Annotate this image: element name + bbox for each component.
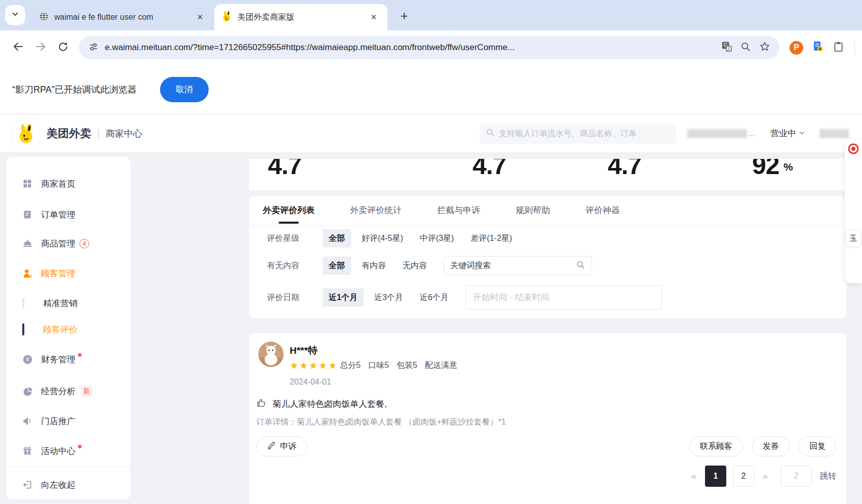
next-page-button[interactable]: » [761,471,770,482]
filter-row-date: 评价日期 近1个月 近3个月 近6个月 [267,285,838,310]
sidebar-item-orders[interactable]: 订单管理 [7,208,130,221]
search-icon[interactable] [576,260,585,272]
header-search[interactable] [480,123,676,144]
review-tabs: 外卖评价列表 外卖评价统计 拦截与申诉 规则帮助 评价神器 [263,204,620,216]
filter-chip-bad[interactable]: 差评(1-2星) [464,229,518,247]
filter-chip-3months[interactable]: 近3个月 [368,288,409,307]
contact-customer-button[interactable]: 联系顾客 [689,436,743,456]
site-settings-icon[interactable] [88,41,99,54]
sidebar-collapse-label: 向左收起 [41,479,75,491]
filter-chip-all[interactable]: 全部 [323,229,351,247]
browser-toolbar: e.waimai.meituan.com/?time=1712665025955… [0,30,862,65]
yen-circle-icon: ¥ [21,353,33,365]
filter-chip-no-content[interactable]: 无内容 [397,257,433,275]
search-icon [486,128,495,139]
grid-icon [21,178,33,190]
back-button[interactable] [7,36,29,59]
tab-search-button[interactable] [5,5,25,25]
browser-tab-active[interactable]: 美团外卖商家版 ✕ [214,4,387,30]
portal-title: 商家中心 [106,128,142,140]
subitem-bar [22,298,24,308]
filter-chip-6months[interactable]: 近6个月 [414,288,455,307]
sidebar-item-products[interactable]: 商品管理 4 [7,237,130,250]
sidebar-item-activity-center[interactable]: 活动中心 [7,444,130,457]
tab-close-icon[interactable]: ✕ [193,11,207,24]
sidebar-collapse-button[interactable]: 向左收起 [7,478,130,491]
prev-page-button[interactable]: « [689,471,698,482]
pie-chart-icon [21,385,33,397]
sidebar-item-analytics[interactable]: 经营分析 新 [7,385,130,398]
tab-title: waimai e fe flutter user com [54,13,188,22]
tab-intercept-appeal[interactable]: 拦截与申诉 [437,204,480,216]
score-total: 总分5 [340,360,361,371]
forward-button[interactable] [29,36,52,59]
browser-tab-inactive[interactable]: waimai e fe flutter user com ✕ [31,4,214,30]
sidebar-item-label: 商家首页 [41,178,75,190]
sidebar-divider [7,467,130,467]
svg-text:文: 文 [727,47,731,51]
reply-button[interactable]: 回复 [799,436,836,456]
filter-chip-1month[interactable]: 近1个月 [323,288,364,307]
filter-chip-all[interactable]: 全部 [323,257,351,275]
sidebar-item-home[interactable]: 商家首页 [7,177,130,190]
sidebar-item-precision-marketing[interactable]: 精准营销 [7,297,130,310]
sidebar-item-label: 商品管理 [41,238,75,249]
reload-button[interactable] [52,36,74,59]
floating-side-widget: 玉 [845,140,862,283]
tab-rules-help[interactable]: 规则帮助 [516,204,550,216]
meituan-logo[interactable] [13,120,40,147]
clipboard-extension-icon[interactable] [833,41,844,55]
document-download-extension-icon[interactable] [812,40,824,55]
tab-review-stats[interactable]: 外卖评价统计 [350,204,402,216]
keyword-search-box[interactable] [444,256,592,275]
translate-icon[interactable]: G文 [721,41,732,54]
content-area: 商家首页 订单管理 商品管理 4 顾客管理 [0,153,862,504]
tab-review-tool[interactable]: 评价神器 [585,204,620,216]
new-tab-button[interactable]: + [395,7,413,25]
notification-dot [78,445,82,448]
brand-title: 美团外卖 [47,126,91,141]
new-badge: 新 [81,386,92,397]
rpa-cancel-button[interactable]: 取消 [160,77,209,102]
sidebar-item-finance[interactable]: ¥ 财务管理 [7,353,130,366]
screen: waimai e fe flutter user com ✕ 美团外卖商家版 ✕… [0,0,862,504]
send-coupon-button[interactable]: 发券 [752,436,790,456]
header-search-input[interactable] [499,129,670,138]
page-button-2[interactable]: 2 [733,466,754,487]
sidebar-item-label: 精准营销 [43,298,77,309]
appeal-button[interactable]: 申诉 [256,436,307,456]
page-button-1[interactable]: 1 [705,466,726,487]
jade-widget-button[interactable]: 玉 [845,230,861,247]
search-this-page-icon[interactable] [740,41,751,54]
browser-tab-strip: waimai e fe flutter user com ✕ 美团外卖商家版 ✕… [0,0,862,30]
keyword-search-input[interactable] [450,261,576,270]
chevron-down-icon [799,129,805,139]
sidebar-item-customer-reviews[interactable]: 顾客评价 [7,323,130,336]
sidebar-item-label: 顾客评价 [43,324,77,335]
store-status-dropdown[interactable]: 营业中 [770,128,805,139]
filter-chip-good[interactable]: 好评(4-5星) [356,229,409,247]
jump-page-input[interactable] [780,466,812,487]
sidebar-item-label: 经营分析 [41,386,75,397]
stat-value: 4.7 [268,159,302,180]
filter-chip-medium[interactable]: 中评(3星) [414,229,460,247]
date-range-box[interactable] [465,285,662,310]
appeal-label: 申诉 [280,441,296,452]
sidebar-item-label: 活动中心 [41,445,75,457]
pagination: « 1 2 » 跳转 [689,466,836,487]
bookmark-star-icon[interactable] [759,41,770,54]
sidebar-item-store-promotion[interactable]: 门店推广 [7,414,130,428]
stat-value: 4.7 [473,159,506,180]
back-arrow-icon [12,40,24,55]
p-extension-icon[interactable]: P [790,41,803,55]
tab-review-list[interactable]: 外卖评价列表 [263,204,315,216]
filter-chip-has-content[interactable]: 有内容 [356,257,392,275]
date-range-input[interactable] [473,292,654,303]
sidebar-item-customers[interactable]: 顾客管理 [7,267,130,280]
brand-separator: | [97,128,100,139]
url-bar[interactable]: e.waimai.meituan.com/?time=1712665025955… [79,36,779,59]
stat-percent-sign: % [783,161,793,173]
tab-close-icon[interactable]: ✕ [367,11,380,24]
record-icon[interactable] [845,143,862,155]
url-text[interactable]: e.waimai.meituan.com/?time=1712665025955… [105,43,715,53]
